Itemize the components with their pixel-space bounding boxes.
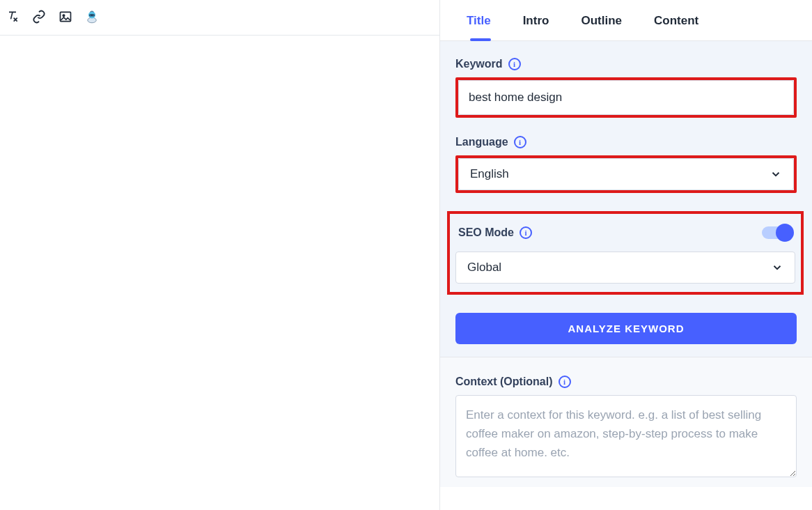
language-group: Language i English bbox=[455, 136, 797, 193]
tab-bar: Title Intro Outline Content bbox=[440, 0, 812, 41]
language-label: Language bbox=[455, 136, 508, 148]
keyword-annotation bbox=[455, 77, 797, 118]
robot-icon[interactable] bbox=[85, 10, 99, 24]
context-label: Context (Optional) bbox=[455, 376, 553, 388]
context-label-row: Context (Optional) i bbox=[455, 376, 797, 388]
tab-intro[interactable]: Intro bbox=[523, 14, 549, 40]
title-panel: Keyword i Language i English SE bbox=[440, 41, 812, 357]
info-icon[interactable]: i bbox=[508, 58, 521, 70]
chevron-down-icon bbox=[770, 168, 782, 180]
svg-point-5 bbox=[91, 15, 91, 15]
svg-rect-4 bbox=[89, 14, 95, 16]
keyword-label: Keyword bbox=[455, 58, 503, 70]
clear-format-icon[interactable] bbox=[6, 10, 19, 24]
keyword-label-row: Keyword i bbox=[455, 58, 797, 70]
seo-region-value: Global bbox=[467, 261, 501, 275]
info-icon[interactable]: i bbox=[559, 376, 571, 388]
tab-title[interactable]: Title bbox=[467, 14, 491, 40]
language-annotation: English bbox=[455, 155, 797, 193]
seo-label-row: SEO Mode i bbox=[458, 226, 532, 239]
keyword-input[interactable] bbox=[458, 80, 794, 115]
toggle-knob bbox=[776, 224, 794, 242]
analyze-keyword-button[interactable]: ANALYZE KEYWORD bbox=[455, 313, 797, 344]
info-icon[interactable]: i bbox=[520, 226, 532, 239]
seo-annotation: SEO Mode i Global bbox=[447, 211, 804, 295]
editor-pane bbox=[0, 0, 440, 510]
seo-toggle[interactable] bbox=[762, 226, 793, 239]
settings-pane: Title Intro Outline Content Keyword i La… bbox=[440, 0, 812, 510]
seo-region-select[interactable]: Global bbox=[455, 252, 795, 284]
language-label-row: Language i bbox=[455, 136, 797, 148]
language-select[interactable]: English bbox=[458, 158, 794, 190]
context-section: Context (Optional) i bbox=[440, 357, 812, 487]
keyword-group: Keyword i bbox=[455, 58, 797, 118]
context-textarea[interactable] bbox=[455, 395, 797, 477]
chevron-down-icon bbox=[771, 261, 783, 274]
seo-label: SEO Mode bbox=[458, 226, 514, 239]
info-icon[interactable]: i bbox=[514, 136, 526, 148]
svg-point-6 bbox=[93, 15, 93, 15]
language-value: English bbox=[470, 167, 509, 181]
tab-content[interactable]: Content bbox=[654, 14, 698, 40]
tab-outline[interactable]: Outline bbox=[581, 14, 622, 40]
image-icon[interactable] bbox=[58, 10, 72, 24]
link-icon[interactable] bbox=[32, 10, 46, 24]
editor-toolbar bbox=[0, 0, 439, 36]
seo-header: SEO Mode i bbox=[455, 226, 795, 239]
svg-point-1 bbox=[63, 15, 65, 16]
